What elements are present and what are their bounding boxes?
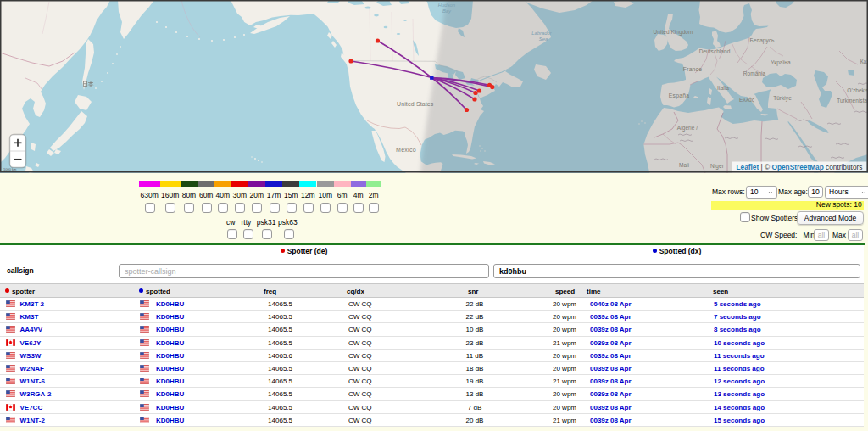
svg-text:Беларусь: Беларусь — [750, 37, 775, 44]
svg-text:România: România — [743, 70, 766, 76]
svg-text:France: France — [683, 66, 702, 72]
svg-text:España: España — [669, 92, 689, 99]
svg-text:Deutschland: Deutschland — [699, 48, 731, 54]
svg-text:Algérie /: Algérie / — [677, 125, 698, 132]
svg-text:Niger: Niger — [710, 163, 725, 170]
svg-text:Hudson: Hudson — [438, 3, 455, 8]
svg-text:Türkiye: Türkiye — [773, 95, 792, 102]
svg-text:Sea: Sea — [539, 36, 548, 42]
svg-text:O’zbekis: O’zbekis — [847, 87, 868, 93]
svg-text:México: México — [396, 147, 416, 153]
svg-text:Labrador: Labrador — [531, 31, 553, 36]
svg-text:Leaflet | © OpenStreetMap cont: Leaflet | © OpenStreetMap contributors — [737, 163, 863, 171]
svg-text:Mali: Mali — [679, 162, 689, 168]
svg-text:United Kingdom: United Kingdom — [654, 29, 693, 36]
svg-text:Ελλάς: Ελλάς — [739, 97, 754, 104]
svg-text:Україна: Україна — [771, 59, 791, 66]
svg-text:United States: United States — [397, 101, 434, 107]
svg-text:Italia: Italia — [717, 85, 729, 91]
svg-text:Bay: Bay — [442, 8, 452, 14]
svg-text:1000 km: 1000 km — [3, 167, 17, 171]
svg-text:Turkmenistan: Turkmenistan — [837, 98, 868, 104]
